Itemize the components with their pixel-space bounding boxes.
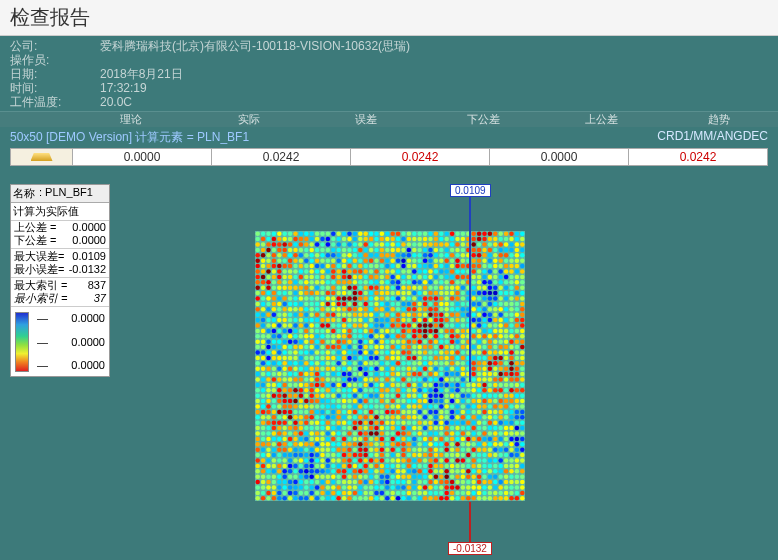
color-scale: —0.0000 —0.0000 —0.0000 xyxy=(11,308,109,376)
max-callout-line xyxy=(469,197,471,382)
minerr-value: -0.0132 xyxy=(69,263,106,276)
date-label: 日期: xyxy=(10,67,100,81)
operator-label: 操作员: xyxy=(10,53,100,67)
min-callout-value: -0.0132 xyxy=(448,542,492,555)
col-lower: 下公差 xyxy=(425,112,543,127)
legend-name-row: 名称 : PLN_BF1 xyxy=(11,185,109,203)
g2-dash: — xyxy=(37,336,48,349)
time-label: 时间: xyxy=(10,81,100,95)
column-headers: 理论 实际 误差 下公差 上公差 趋势 xyxy=(0,111,778,127)
min-callout-line xyxy=(469,502,471,542)
max-callout: 0.0109 xyxy=(450,184,491,382)
col-error: 误差 xyxy=(307,112,425,127)
legend-panel: 名称 : PLN_BF1 计算为实际值 上公差 =0.0000 下公差 =0.0… xyxy=(10,184,110,377)
company-label: 公司: xyxy=(10,39,100,53)
ut-label: 上公差 = xyxy=(14,221,56,234)
meta-left: 50x50 [DEMO Version] 计算元素 = PLN_BF1 xyxy=(10,129,249,146)
col-trend: 趋势 xyxy=(660,112,778,127)
cell-upper: 0.0242 xyxy=(629,149,767,165)
minerr-label: 最小误差= xyxy=(14,263,64,276)
temp-value: 20.0C xyxy=(100,95,132,109)
min-callout: -0.0132 xyxy=(448,502,492,555)
max-callout-value: 0.0109 xyxy=(450,184,491,197)
row-icon-cell xyxy=(11,149,73,165)
maxerr-label: 最大误差= xyxy=(14,250,64,263)
cell-theoretical: 0.0000 xyxy=(73,149,212,165)
meta-right: CRD1/MM/ANGDEC xyxy=(657,129,768,146)
maxerr-value: 0.0109 xyxy=(72,250,106,263)
gradient-bar xyxy=(15,312,29,372)
company-value: 爱科腾瑞科技(北京)有限公司-100118-VISION-10632(思瑞) xyxy=(100,39,410,53)
lt-value: 0.0000 xyxy=(72,234,106,247)
cell-actual: 0.0242 xyxy=(212,149,351,165)
col-upper: 上公差 xyxy=(543,112,661,127)
meta-row: 50x50 [DEMO Version] 计算元素 = PLN_BF1 CRD1… xyxy=(0,127,778,148)
g1-dash: — xyxy=(37,312,48,325)
legend-name-value: : PLN_BF1 xyxy=(39,186,93,201)
minidx-label: 最小索引 = xyxy=(14,292,67,305)
cell-lower: 0.0000 xyxy=(490,149,629,165)
time-value: 17:32:19 xyxy=(100,81,147,95)
col-theoretical: 理论 xyxy=(72,112,190,127)
date-value: 2018年8月21日 xyxy=(100,67,183,81)
ut-value: 0.0000 xyxy=(72,221,106,234)
temp-label: 工件温度: xyxy=(10,95,100,109)
g3-value: 0.0000 xyxy=(71,359,105,372)
minidx-value: 37 xyxy=(94,292,106,305)
cell-error: 0.0242 xyxy=(351,149,490,165)
col-actual: 实际 xyxy=(190,112,308,127)
maxidx-label: 最大索引 = xyxy=(14,279,67,292)
g3-dash: — xyxy=(37,359,48,372)
legend-subtitle: 计算为实际值 xyxy=(11,203,109,221)
lt-label: 下公差 = xyxy=(14,234,56,247)
data-row: 0.0000 0.0242 0.0242 0.0000 0.0242 xyxy=(10,148,768,166)
g1-value: 0.0000 xyxy=(71,312,105,325)
visualization-area: 名称 : PLN_BF1 计算为实际值 上公差 =0.0000 下公差 =0.0… xyxy=(10,184,768,560)
g2-value: 0.0000 xyxy=(71,336,105,349)
flatness-icon xyxy=(31,153,53,161)
window-title: 检查报告 xyxy=(0,0,778,36)
legend-name-label: 名称 xyxy=(13,186,35,201)
maxidx-value: 837 xyxy=(88,279,106,292)
header-info-block: 公司:爱科腾瑞科技(北京)有限公司-100118-VISION-10632(思瑞… xyxy=(0,36,778,111)
